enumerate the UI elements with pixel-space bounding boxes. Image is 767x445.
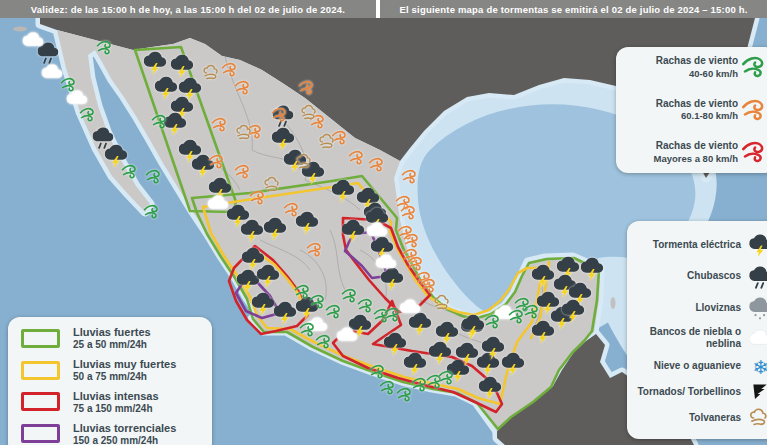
symbol-legend-row: Nieve o aguanieve bbox=[637, 355, 767, 378]
wind-gust-icon bbox=[741, 97, 767, 124]
symbol-label: Bancos de niebla o neblina bbox=[637, 326, 741, 350]
rain-label: Lluvias intensas bbox=[73, 390, 159, 403]
symbol-label: Nieve o aguanieve bbox=[637, 360, 741, 372]
showers-icon bbox=[749, 263, 767, 290]
cozumel-island bbox=[611, 297, 616, 309]
header-bar: Validez: de las 15:00 h de hoy, a las 15… bbox=[0, 0, 767, 18]
symbol-label: Tolvaneras bbox=[637, 412, 741, 424]
rain-legend-row: Lluvias intensas 75 a 150 mm/24h bbox=[21, 390, 199, 414]
tornado-icon bbox=[750, 382, 767, 402]
wind-legend-range: Mayores a 80 km/h bbox=[654, 153, 739, 165]
rain-label: Lluvias muy fuertes bbox=[73, 358, 176, 371]
rain-range: 150 a 250 mm/24h bbox=[73, 435, 176, 445]
rain-range: 75 a 150 mm/24h bbox=[73, 403, 159, 415]
storm-forecast-map-app: Validez: de las 15:00 h de hoy, a las 15… bbox=[0, 0, 767, 445]
rain-range: 25 a 50 mm/24h bbox=[73, 339, 151, 351]
island bbox=[13, 27, 27, 32]
symbol-label: Tormenta eléctrica bbox=[637, 239, 741, 251]
rain-swatch-torrenciales bbox=[21, 424, 60, 443]
wind-legend-range: 60.1-80 km/h bbox=[656, 110, 738, 122]
wind-legend-row: Rachas de viento 40-60 km/h bbox=[625, 54, 767, 81]
rain-legend-row: Lluvias torrenciales 150 a 250 mm/24h bbox=[21, 422, 199, 445]
symbol-label: Tornados/ Torbellinos bbox=[637, 386, 741, 398]
thunderstorm-icon bbox=[749, 231, 767, 258]
rain-legend-row: Lluvias muy fuertes 50 a 75 mm/24h bbox=[21, 358, 199, 382]
rain-swatch-muy-fuertes bbox=[21, 361, 60, 380]
symbol-legend-row: Tornados/ Torbellinos bbox=[637, 382, 767, 402]
weather-symbols-legend: Tormenta eléctrica Chubascos Lloviznas B… bbox=[627, 221, 767, 439]
symbol-legend-row: Tormenta eléctrica bbox=[637, 231, 767, 258]
dust-devil-icon bbox=[749, 407, 767, 429]
symbol-legend-row: Lloviznas bbox=[637, 294, 767, 321]
wind-legend-row: Rachas de viento 60.1-80 km/h bbox=[625, 97, 767, 124]
wind-gust-legend: Rachas de viento 40-60 km/h Rachas de vi… bbox=[616, 47, 767, 173]
fog-icon bbox=[749, 328, 767, 348]
symbol-legend-row: Chubascos bbox=[637, 263, 767, 290]
symbol-legend-row: Tolvaneras bbox=[637, 407, 767, 429]
rain-label: Lluvias fuertes bbox=[73, 326, 151, 339]
next-issue-text: El siguiente mapa de tormentas se emitir… bbox=[380, 4, 767, 15]
rain-legend-row: Lluvias fuertes 25 a 50 mm/24h bbox=[21, 326, 199, 350]
symbol-legend-row: Bancos de niebla o neblina bbox=[637, 326, 767, 350]
symbol-label: Chubascos bbox=[637, 270, 741, 282]
snow-icon bbox=[749, 355, 767, 378]
wind-legend-range: 40-60 km/h bbox=[656, 68, 738, 80]
rain-range: 50 a 75 mm/24h bbox=[73, 371, 176, 383]
wind-gust-icon bbox=[741, 139, 767, 166]
wind-legend-label: Rachas de viento bbox=[654, 140, 739, 153]
drizzle-icon bbox=[749, 294, 767, 321]
rain-swatch-fuertes bbox=[21, 329, 60, 348]
validity-text: Validez: de las 15:00 h de hoy, a las 15… bbox=[0, 4, 376, 15]
rain-swatch-intensas bbox=[21, 392, 60, 411]
wind-gust-icon bbox=[741, 54, 767, 81]
wind-legend-label: Rachas de viento bbox=[656, 98, 738, 111]
rainfall-legend: Lluvias fuertes 25 a 50 mm/24h Lluvias m… bbox=[8, 317, 212, 445]
wind-legend-row: Rachas de viento Mayores a 80 km/h bbox=[625, 139, 767, 166]
wind-legend-label: Rachas de viento bbox=[656, 55, 738, 68]
symbol-label: Lloviznas bbox=[637, 302, 741, 314]
rain-label: Lluvias torrenciales bbox=[73, 422, 176, 435]
